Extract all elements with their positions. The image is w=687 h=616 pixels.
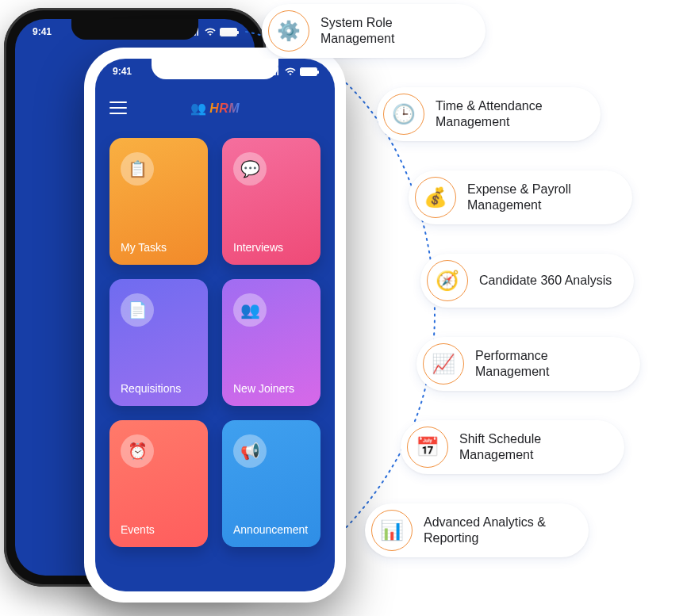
feature-shift-schedule: 📅 Shift Schedule Management xyxy=(401,420,624,474)
feature-analytics: 📊 Advanced Analytics & Reporting xyxy=(365,503,589,557)
notch xyxy=(152,59,278,79)
gear-icon: ⚙️ xyxy=(268,10,309,52)
tile-events[interactable]: ⏰ Events xyxy=(109,420,208,547)
notch xyxy=(71,19,198,40)
feature-label: Performance Management xyxy=(475,348,618,380)
feature-label: Candidate 360 Analysis xyxy=(479,273,612,289)
calendar-icon: 📅 xyxy=(407,427,448,468)
analytics-icon: 📊 xyxy=(371,510,413,551)
tile-my-tasks[interactable]: 📋 My Tasks xyxy=(109,138,208,265)
feature-label: Advanced Analytics & Reporting xyxy=(424,515,566,546)
compass-icon: 🧭 xyxy=(427,260,468,301)
feature-label: Shift Schedule Management xyxy=(459,431,602,463)
clock-icon: 🕒 xyxy=(383,94,424,135)
tile-label: Events xyxy=(121,523,197,536)
wifi-icon xyxy=(205,28,216,36)
status-time: 9:41 xyxy=(33,26,52,37)
feature-system-role: ⚙️ System Role Management xyxy=(262,4,486,58)
battery-icon xyxy=(220,28,237,36)
document-icon: 📄 xyxy=(121,293,154,327)
menu-button[interactable] xyxy=(109,101,127,114)
chart-icon: 📈 xyxy=(423,343,464,385)
payroll-icon: 💰 xyxy=(415,177,456,218)
feature-expense-payroll: 💰 Expense & Payroll Management xyxy=(409,170,632,224)
status-time: 9:41 xyxy=(113,66,132,77)
clipboard-icon: 📋 xyxy=(121,152,154,186)
clock-icon: ⏰ xyxy=(121,434,154,468)
feature-label: Time & Attendance Management xyxy=(436,98,578,130)
feature-label: System Role Management xyxy=(320,15,463,47)
feature-time-attendance: 🕒 Time & Attendance Management xyxy=(377,87,601,141)
feature-label: Expense & Payroll Management xyxy=(467,182,610,213)
tile-label: My Tasks xyxy=(121,241,197,254)
feature-list: ⚙️ System Role Management 🕒 Time & Atten… xyxy=(262,4,678,614)
tile-label: Requisitions xyxy=(121,382,197,395)
tile-requisitions[interactable]: 📄 Requisitions xyxy=(109,279,208,406)
feature-performance: 📈 Performance Management xyxy=(416,337,640,391)
feature-candidate-360: 🧭 Candidate 360 Analysis xyxy=(420,254,634,308)
